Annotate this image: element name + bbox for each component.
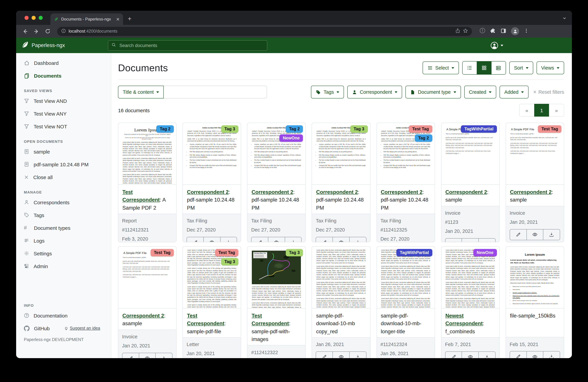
download-button[interactable] [479, 352, 495, 358]
app-brand[interactable]: Paperless-ngx [21, 41, 65, 50]
pagination-prev-button[interactable]: « [519, 104, 534, 117]
tag-badge[interactable]: TagWithPartial [396, 249, 432, 256]
view-details-button[interactable] [491, 61, 506, 74]
view-button[interactable] [333, 352, 350, 358]
global-search[interactable] [108, 40, 267, 51]
document-thumbnail[interactable]: Adobe Acrobat PDF FilesAdobe® Portable D… [312, 123, 370, 185]
sidebar-item-tags[interactable]: Tags [16, 209, 111, 221]
tags-filter-button[interactable]: Tags [311, 86, 344, 99]
correspondent-filter-button[interactable]: Correspondent [347, 86, 402, 99]
download-button[interactable] [350, 237, 366, 242]
url-bar[interactable]: localhost:4200/documents [57, 27, 472, 36]
edit-button[interactable] [122, 353, 139, 358]
title-content-filter-input[interactable] [164, 86, 267, 99]
share-icon[interactable] [455, 28, 460, 34]
tag-badge[interactable]: Tag 3 [221, 125, 238, 133]
edit-button[interactable] [510, 351, 527, 358]
reload-button[interactable] [43, 26, 52, 36]
browser-menu-kebab-icon[interactable] [524, 28, 529, 34]
document-thumbnail[interactable]: Lorem ipsum dolor sit amet, consectetur … [441, 247, 499, 308]
document-thumbnail[interactable]: Lorem Ipsum"Neque porro quisquam est qui… [118, 123, 176, 185]
tag-badge[interactable]: Tag 2 [156, 125, 174, 133]
zoom-window-button[interactable] [39, 16, 43, 20]
edit-button[interactable] [445, 238, 462, 242]
view-button[interactable] [462, 238, 479, 242]
title-content-dropdown[interactable]: Title & content [118, 86, 164, 99]
pagination-page-1[interactable]: 1 [534, 104, 549, 117]
sidebar-item-github[interactable]: GitHub Suggest an idea [16, 322, 111, 335]
download-button[interactable] [156, 353, 172, 358]
created-filter-button[interactable]: Created [464, 86, 496, 99]
sidebar-item-close-all[interactable]: Close all [16, 171, 111, 183]
correspondent-link[interactable]: Correspondent 2 [510, 189, 552, 195]
edit-button[interactable] [187, 237, 204, 242]
tab-close-icon[interactable]: ✕ [116, 17, 120, 22]
correspondent-link[interactable]: Correspondent 2 [316, 189, 358, 195]
sidebar-item-dashboard[interactable]: Dashboard [16, 57, 111, 69]
document-type-filter-button[interactable]: Document type [405, 86, 461, 99]
document-thumbnail[interactable]: Lorem ipsumLorem ipsum dolor sit amet, c… [506, 247, 564, 308]
views-button[interactable]: Views [536, 61, 564, 74]
bookmark-star-icon[interactable] [463, 28, 468, 34]
tag-badge[interactable]: TagWithPartial [461, 125, 497, 133]
tag-badge[interactable]: Tag 3 [350, 125, 368, 133]
new-tab-button[interactable]: + [128, 15, 131, 22]
tag-badge[interactable]: Tag 2 [415, 134, 432, 142]
download-button[interactable] [350, 352, 366, 358]
document-thumbnail[interactable]: Lorem ipsum dolor sit amet, consectetur … [312, 247, 370, 308]
tag-badge[interactable]: Tag 3 [286, 249, 303, 256]
sidebar-item-admin[interactable]: Admin [16, 260, 111, 272]
browser-tab[interactable]: Documents - Paperless-ngx ✕ [50, 13, 123, 25]
side-panel-icon[interactable] [501, 28, 506, 35]
correspondent-link[interactable]: Test Correspondent [122, 189, 160, 203]
added-filter-button[interactable]: Added [500, 86, 528, 99]
edit-button[interactable] [316, 237, 333, 242]
document-thumbnail[interactable]: A Simple PDF FileThis is a small demonst… [441, 123, 499, 185]
view-button[interactable] [333, 237, 350, 242]
back-button[interactable] [20, 26, 30, 36]
view-button[interactable] [268, 237, 285, 242]
tag-badge[interactable]: Test Tag [409, 125, 432, 133]
correspondent-link[interactable]: Test Correspondent [252, 313, 289, 326]
suggest-idea-link[interactable]: Suggest an idea [64, 326, 100, 331]
tag-badge[interactable]: Test Tag [150, 249, 174, 256]
download-button[interactable] [220, 237, 237, 242]
sidebar-item-test-view-not[interactable]: Test View NOT [16, 120, 111, 133]
sidebar-item-documents[interactable]: Documents [16, 69, 111, 82]
user-menu[interactable] [490, 41, 503, 49]
edit-button[interactable] [510, 229, 527, 240]
view-button[interactable] [527, 351, 543, 358]
correspondent-link[interactable]: Correspondent 2 [187, 189, 229, 195]
tag-badge[interactable]: Test Tag [215, 249, 238, 256]
sidebar-item-open-doc-pdf-sample[interactable]: pdf-sample 10.24.48 PM [16, 158, 111, 171]
reset-filters-button[interactable]: × Reset filters [533, 89, 564, 95]
sidebar-item-test-view-and[interactable]: Test View AND [16, 94, 111, 107]
extensions-puzzle-icon[interactable] [490, 28, 496, 35]
sidebar-item-document-types[interactable]: # Document types [16, 221, 111, 234]
forward-button[interactable] [32, 26, 41, 36]
edit-button[interactable] [445, 352, 462, 358]
edit-button[interactable] [316, 352, 333, 358]
browser-profile-avatar[interactable] [511, 27, 519, 35]
document-thumbnail[interactable]: Adobe Acrobat PDF FilesAdobe® Portable D… [183, 123, 241, 185]
extension-dimmed-icon[interactable] [479, 28, 485, 35]
download-button[interactable] [544, 229, 560, 240]
view-button[interactable] [204, 237, 220, 242]
sidebar-item-logs[interactable]: Logs [16, 234, 111, 247]
download-button[interactable] [544, 351, 560, 358]
document-thumbnail[interactable]: A Simple PDF FileThis is a small demonst… [118, 247, 176, 308]
sort-button[interactable]: Sort [509, 61, 533, 74]
sidebar-item-test-view-any[interactable]: Test View ANY [16, 107, 111, 120]
tab-search-chevron-icon[interactable] [563, 16, 567, 21]
correspondent-link[interactable]: Correspondent 2 [445, 189, 487, 195]
select-button[interactable]: Select [422, 61, 459, 74]
minimize-window-button[interactable] [32, 16, 36, 20]
document-thumbnail[interactable]: Lorem ipsum dolor sit amet, consectetur … [377, 247, 435, 308]
document-thumbnail[interactable]: Boundary Waters TripLorem ipsum dolor si… [248, 247, 305, 308]
tag-badge[interactable]: NewOne [279, 134, 303, 142]
pagination-next-button[interactable]: » [549, 104, 564, 117]
document-thumbnail[interactable]: Adobe Acrobat PDF FilesAdobe® Portable D… [377, 123, 435, 185]
tag-badge[interactable]: NewOne [473, 249, 497, 256]
view-button[interactable] [462, 352, 479, 358]
tag-badge[interactable]: Test Tag [538, 125, 561, 133]
